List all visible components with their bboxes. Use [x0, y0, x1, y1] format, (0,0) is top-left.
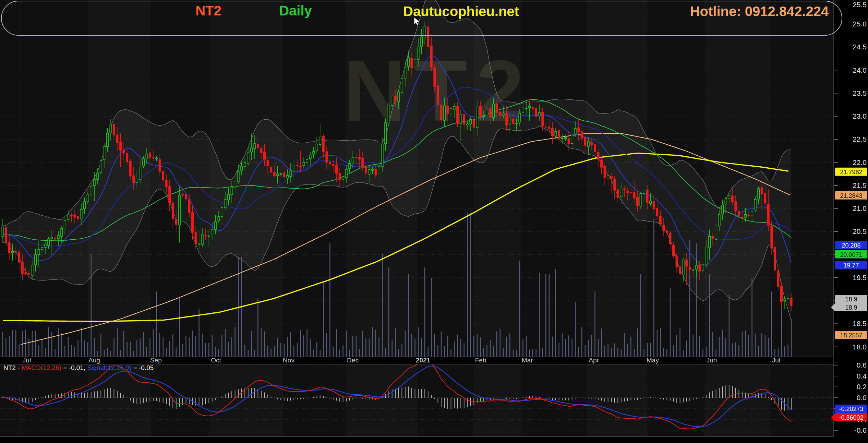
month-label[interactable]: Feb [475, 357, 486, 364]
time-axis: JulAugSepOctNovDec2021FebMarAprMayJunJul [23, 357, 780, 364]
svg-text:-0.36002: -0.36002 [839, 414, 863, 421]
site-brand-label: Dautucophieu.net [403, 4, 519, 19]
price-axis-label: 23.0 [853, 112, 867, 120]
svg-text:21.7982: 21.7982 [840, 169, 862, 176]
price-tag: -0.36002 [831, 413, 867, 421]
price-axis-label: 20.5 [853, 227, 867, 235]
macd-label-name: MACD(12,26) [22, 364, 61, 371]
macd-axis-label: -0.6 [854, 426, 867, 434]
price-axis-label: 19.5 [853, 274, 867, 282]
price-tag: 18.9 [835, 295, 867, 303]
timeframe-label[interactable]: Daily [279, 3, 312, 18]
price-tag: -0.20273 [835, 405, 867, 413]
svg-text:18.2557: 18.2557 [840, 332, 862, 339]
price-axis-label: 22.0 [853, 158, 867, 166]
month-label[interactable]: Jul [772, 357, 780, 364]
macd-label-symbol: NT2 [3, 364, 16, 371]
signal-label-name: Signal(12,26,9) [87, 364, 131, 371]
macd-axis-label: 0.4 [857, 372, 867, 380]
macd-panel[interactable] [0, 364, 834, 436]
macd-axis-label: 0.0 [857, 394, 867, 402]
month-label[interactable]: Dec [347, 357, 359, 364]
svg-text:18.9: 18.9 [845, 296, 857, 303]
svg-text:19.77: 19.77 [843, 262, 859, 269]
price-tag: 21.7982 [835, 168, 867, 176]
macd-label-dash: - [16, 364, 22, 371]
month-label[interactable]: Sep [150, 357, 162, 364]
svg-text:20.206: 20.206 [842, 242, 860, 249]
price-axis: 25.525.024.524.023.523.022.522.021.521.0… [834, 1, 867, 434]
price-tag: 20.206 [835, 241, 867, 249]
svg-text:-0.20273: -0.20273 [839, 406, 863, 412]
svg-text:21.2843: 21.2843 [840, 192, 862, 199]
price-axis-label: 21.5 [853, 181, 867, 189]
macd-axis-label: 0.2 [857, 383, 867, 391]
price-tag: 21.2843 [835, 191, 867, 200]
month-label[interactable]: Nov [283, 357, 294, 364]
price-axis-label: 25.0 [853, 20, 867, 28]
price-axis-label: 25.5 [853, 1, 867, 9]
price-axis-label: 21.0 [853, 204, 867, 212]
month-label[interactable]: Oct [211, 357, 221, 364]
macd-axis-label: 0.6 [857, 361, 867, 369]
price-axis-label: 24.5 [853, 43, 867, 51]
price-tag: 18.2557 [835, 331, 867, 339]
month-label[interactable]: 2021 [416, 357, 431, 364]
price-axis-label: 24.0 [853, 66, 867, 74]
macd-label-value: = -0.01, [61, 364, 87, 371]
svg-text:20.0071: 20.0071 [840, 251, 862, 258]
svg-text:18.9: 18.9 [845, 304, 857, 311]
price-tag: 18.9 [831, 303, 867, 311]
month-label[interactable]: Jul [23, 357, 31, 364]
price-axis-label: 23.5 [853, 89, 867, 97]
symbol-title: NT2 [195, 3, 221, 18]
signal-label-value: = -0.05 [131, 364, 154, 371]
month-label[interactable]: Mar [522, 357, 533, 364]
month-label[interactable]: Aug [88, 357, 100, 364]
price-tag: 20.0071 [835, 250, 867, 259]
price-axis-label: 22.5 [853, 135, 867, 143]
main-chart-panel[interactable] [0, 0, 834, 357]
chart-application-window: NT2 25.525.024.524.023.523.022.522.021.5… [0, 0, 868, 443]
price-axis-label: 18.5 [853, 320, 867, 327]
price-axis-label: 18.0 [853, 343, 867, 351]
month-label[interactable]: Jun [707, 357, 717, 364]
month-label[interactable]: May [647, 357, 659, 364]
price-tag: 19.77 [835, 261, 867, 269]
hotline-label: Hotline: 0912.842.224 [690, 4, 829, 19]
month-label[interactable]: Apr [589, 357, 599, 364]
macd-indicator-label: NT2 - MACD(12,26) = -0.01, Signal(12,26,… [3, 364, 154, 371]
stock-chart-canvas: NT2 25.525.024.524.023.523.022.522.021.5… [0, 0, 868, 443]
